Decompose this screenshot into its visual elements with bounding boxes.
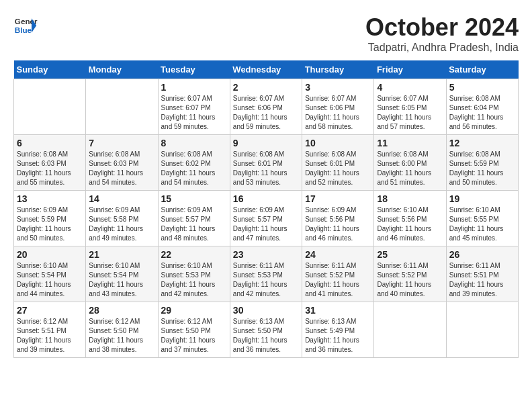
day-number: 4 bbox=[377, 82, 443, 93]
calendar-day-cell: 5Sunrise: 6:08 AM Sunset: 6:04 PM Daylig… bbox=[446, 79, 518, 135]
weekday-header: Sunday bbox=[14, 60, 86, 79]
main-title: October 2024 bbox=[365, 13, 519, 42]
weekday-header: Friday bbox=[374, 60, 446, 79]
weekday-header: Saturday bbox=[446, 60, 518, 79]
title-block: October 2024 Tadpatri, Andhra Pradesh, I… bbox=[365, 13, 519, 54]
day-number: 9 bbox=[233, 138, 299, 148]
calendar-day-cell: 1Sunrise: 6:07 AM Sunset: 6:07 PM Daylig… bbox=[158, 79, 230, 135]
day-info: Sunrise: 6:11 AM Sunset: 5:53 PM Dayligh… bbox=[233, 261, 299, 299]
calendar-day-cell bbox=[14, 79, 86, 135]
calendar-day-cell: 13Sunrise: 6:09 AM Sunset: 5:59 PM Dayli… bbox=[14, 191, 86, 246]
calendar-day-cell: 25Sunrise: 6:11 AM Sunset: 5:52 PM Dayli… bbox=[374, 246, 446, 302]
day-number: 7 bbox=[89, 138, 154, 148]
calendar-day-cell: 9Sunrise: 6:08 AM Sunset: 6:01 PM Daylig… bbox=[230, 135, 302, 191]
day-info: Sunrise: 6:07 AM Sunset: 6:06 PM Dayligh… bbox=[305, 94, 371, 132]
calendar-day-cell: 28Sunrise: 6:12 AM Sunset: 5:50 PM Dayli… bbox=[86, 302, 158, 358]
day-number: 11 bbox=[377, 138, 443, 148]
calendar-day-cell: 12Sunrise: 6:08 AM Sunset: 5:59 PM Dayli… bbox=[446, 135, 518, 191]
day-number: 20 bbox=[17, 249, 83, 260]
day-number: 3 bbox=[305, 82, 371, 93]
day-number: 12 bbox=[449, 138, 515, 148]
calendar-day-cell bbox=[86, 79, 158, 135]
day-info: Sunrise: 6:11 AM Sunset: 5:51 PM Dayligh… bbox=[449, 261, 515, 299]
calendar-day-cell: 23Sunrise: 6:11 AM Sunset: 5:53 PM Dayli… bbox=[230, 246, 302, 302]
calendar-day-cell: 15Sunrise: 6:09 AM Sunset: 5:57 PM Dayli… bbox=[158, 191, 230, 246]
day-info: Sunrise: 6:09 AM Sunset: 5:57 PM Dayligh… bbox=[161, 205, 227, 243]
calendar-week-row: 6Sunrise: 6:08 AM Sunset: 6:03 PM Daylig… bbox=[14, 135, 519, 191]
calendar-day-cell: 10Sunrise: 6:08 AM Sunset: 6:01 PM Dayli… bbox=[302, 135, 374, 191]
weekday-header: Tuesday bbox=[158, 60, 230, 79]
calendar-day-cell: 4Sunrise: 6:07 AM Sunset: 6:05 PM Daylig… bbox=[374, 79, 446, 135]
weekday-header: Wednesday bbox=[230, 60, 302, 79]
logo-icon: General Blue bbox=[13, 13, 38, 38]
day-info: Sunrise: 6:12 AM Sunset: 5:51 PM Dayligh… bbox=[17, 317, 83, 355]
calendar-day-cell bbox=[446, 302, 518, 358]
calendar-day-cell bbox=[374, 302, 446, 358]
day-number: 26 bbox=[449, 249, 515, 260]
day-info: Sunrise: 6:08 AM Sunset: 6:04 PM Dayligh… bbox=[449, 94, 515, 132]
calendar-day-cell: 6Sunrise: 6:08 AM Sunset: 6:03 PM Daylig… bbox=[14, 135, 86, 191]
day-info: Sunrise: 6:08 AM Sunset: 6:03 PM Dayligh… bbox=[89, 150, 154, 187]
calendar-day-cell: 26Sunrise: 6:11 AM Sunset: 5:51 PM Dayli… bbox=[446, 246, 518, 302]
day-number: 14 bbox=[89, 193, 154, 204]
calendar-day-cell: 3Sunrise: 6:07 AM Sunset: 6:06 PM Daylig… bbox=[302, 79, 374, 135]
page-header: General Blue October 2024 Tadpatri, Andh… bbox=[13, 13, 519, 54]
calendar-table: SundayMondayTuesdayWednesdayThursdayFrid… bbox=[13, 60, 519, 358]
day-info: Sunrise: 6:08 AM Sunset: 6:01 PM Dayligh… bbox=[305, 150, 371, 187]
sub-title: Tadpatri, Andhra Pradesh, India bbox=[365, 42, 519, 54]
day-info: Sunrise: 6:08 AM Sunset: 6:02 PM Dayligh… bbox=[161, 150, 227, 187]
svg-text:Blue: Blue bbox=[15, 26, 32, 34]
day-number: 30 bbox=[233, 305, 299, 316]
calendar-day-cell: 2Sunrise: 6:07 AM Sunset: 6:06 PM Daylig… bbox=[230, 79, 302, 135]
day-info: Sunrise: 6:09 AM Sunset: 5:56 PM Dayligh… bbox=[305, 205, 371, 243]
day-info: Sunrise: 6:10 AM Sunset: 5:54 PM Dayligh… bbox=[17, 261, 83, 299]
calendar-day-cell: 16Sunrise: 6:09 AM Sunset: 5:57 PM Dayli… bbox=[230, 191, 302, 246]
calendar-header-row: SundayMondayTuesdayWednesdayThursdayFrid… bbox=[14, 60, 519, 79]
calendar-day-cell: 18Sunrise: 6:10 AM Sunset: 5:56 PM Dayli… bbox=[374, 191, 446, 246]
calendar-day-cell: 7Sunrise: 6:08 AM Sunset: 6:03 PM Daylig… bbox=[86, 135, 158, 191]
day-info: Sunrise: 6:07 AM Sunset: 6:06 PM Dayligh… bbox=[233, 94, 299, 132]
day-number: 22 bbox=[161, 249, 227, 260]
calendar-day-cell: 17Sunrise: 6:09 AM Sunset: 5:56 PM Dayli… bbox=[302, 191, 374, 246]
day-info: Sunrise: 6:08 AM Sunset: 6:03 PM Dayligh… bbox=[17, 150, 83, 187]
day-number: 2 bbox=[233, 82, 299, 93]
calendar-day-cell: 8Sunrise: 6:08 AM Sunset: 6:02 PM Daylig… bbox=[158, 135, 230, 191]
calendar-day-cell: 29Sunrise: 6:12 AM Sunset: 5:50 PM Dayli… bbox=[158, 302, 230, 358]
day-info: Sunrise: 6:10 AM Sunset: 5:53 PM Dayligh… bbox=[161, 261, 227, 299]
day-number: 15 bbox=[161, 193, 227, 204]
day-number: 1 bbox=[161, 82, 227, 93]
calendar-day-cell: 22Sunrise: 6:10 AM Sunset: 5:53 PM Dayli… bbox=[158, 246, 230, 302]
day-info: Sunrise: 6:10 AM Sunset: 5:56 PM Dayligh… bbox=[377, 205, 443, 243]
calendar-week-row: 13Sunrise: 6:09 AM Sunset: 5:59 PM Dayli… bbox=[14, 191, 519, 246]
day-number: 23 bbox=[233, 249, 299, 260]
day-info: Sunrise: 6:13 AM Sunset: 5:50 PM Dayligh… bbox=[233, 317, 299, 355]
day-info: Sunrise: 6:10 AM Sunset: 5:54 PM Dayligh… bbox=[89, 261, 154, 299]
calendar-day-cell: 21Sunrise: 6:10 AM Sunset: 5:54 PM Dayli… bbox=[86, 246, 158, 302]
day-info: Sunrise: 6:13 AM Sunset: 5:49 PM Dayligh… bbox=[305, 317, 371, 355]
day-number: 17 bbox=[305, 193, 371, 204]
day-info: Sunrise: 6:09 AM Sunset: 5:57 PM Dayligh… bbox=[233, 205, 299, 243]
day-info: Sunrise: 6:10 AM Sunset: 5:55 PM Dayligh… bbox=[449, 205, 515, 243]
day-number: 10 bbox=[305, 138, 371, 148]
day-info: Sunrise: 6:12 AM Sunset: 5:50 PM Dayligh… bbox=[89, 317, 154, 355]
day-number: 29 bbox=[161, 305, 227, 316]
calendar-day-cell: 30Sunrise: 6:13 AM Sunset: 5:50 PM Dayli… bbox=[230, 302, 302, 358]
day-info: Sunrise: 6:09 AM Sunset: 5:58 PM Dayligh… bbox=[89, 205, 154, 243]
day-number: 31 bbox=[305, 305, 371, 316]
day-number: 27 bbox=[17, 305, 83, 316]
day-number: 6 bbox=[17, 138, 83, 148]
day-info: Sunrise: 6:11 AM Sunset: 5:52 PM Dayligh… bbox=[305, 261, 371, 299]
day-number: 5 bbox=[449, 82, 515, 93]
calendar-day-cell: 20Sunrise: 6:10 AM Sunset: 5:54 PM Dayli… bbox=[14, 246, 86, 302]
day-number: 28 bbox=[89, 305, 154, 316]
calendar-day-cell: 11Sunrise: 6:08 AM Sunset: 6:00 PM Dayli… bbox=[374, 135, 446, 191]
day-number: 13 bbox=[17, 193, 83, 204]
day-info: Sunrise: 6:07 AM Sunset: 6:07 PM Dayligh… bbox=[161, 94, 227, 132]
day-number: 24 bbox=[305, 249, 371, 260]
calendar-day-cell: 27Sunrise: 6:12 AM Sunset: 5:51 PM Dayli… bbox=[14, 302, 86, 358]
calendar-week-row: 20Sunrise: 6:10 AM Sunset: 5:54 PM Dayli… bbox=[14, 246, 519, 302]
day-number: 18 bbox=[377, 193, 443, 204]
day-number: 19 bbox=[449, 193, 515, 204]
day-info: Sunrise: 6:08 AM Sunset: 6:00 PM Dayligh… bbox=[377, 150, 443, 187]
day-number: 8 bbox=[161, 138, 227, 148]
